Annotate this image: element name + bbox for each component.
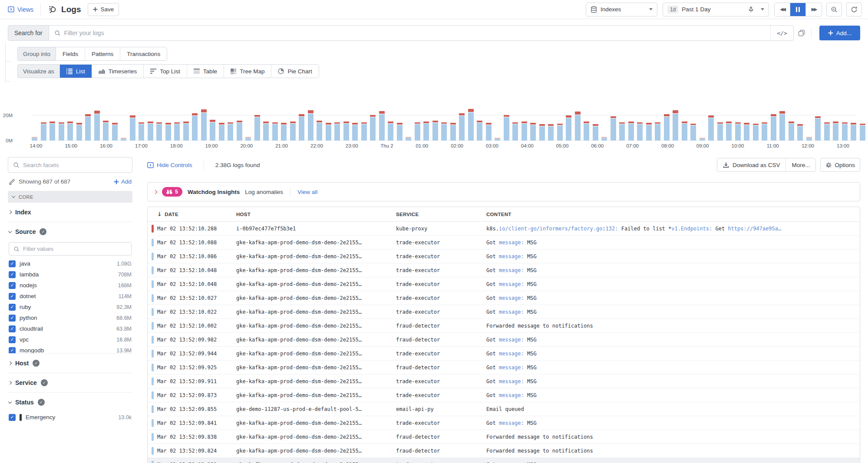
histogram-bar[interactable] [237,121,242,141]
histogram-bar[interactable] [112,123,118,141]
histogram-bar[interactable] [130,115,135,141]
histogram-bar[interactable] [521,121,527,141]
histogram-bar[interactable] [700,138,705,141]
histogram-bar[interactable] [263,121,269,141]
more-button[interactable]: More... [785,158,815,171]
search-input[interactable] [64,30,766,36]
facet-value-mongodb[interactable]: ✓mongodb13.9M [9,345,132,353]
download-csv-button[interactable]: Download as CSV [717,158,786,171]
log-row[interactable]: Mar 02 13:52:10.048gke-kafka-apm-prod-de… [148,263,860,277]
log-row[interactable]: Mar 02 13:52:10.022gke-kafka-apm-prod-de… [148,305,860,319]
histogram-bar[interactable] [717,122,723,141]
histogram-bar[interactable] [548,124,554,141]
log-row[interactable]: Mar 02 13:52:10.027gke-kafka-apm-prod-de… [148,291,860,305]
histogram-bar[interactable] [504,115,509,141]
histogram-bar[interactable] [326,123,331,141]
histogram-bar[interactable] [406,137,411,141]
histogram-bar[interactable] [601,137,607,141]
log-row[interactable]: Mar 02 13:52:09.822gke-kafka-apm-prod-de… [148,458,860,463]
histogram-bar[interactable] [690,124,696,141]
histogram-bar[interactable] [833,121,838,141]
log-row[interactable]: Mar 02 13:52:10.048gke-kafka-apm-prod-de… [148,277,860,291]
group-into-tab-patterns[interactable]: Patterns [85,47,120,60]
histogram-bar[interactable] [308,110,314,141]
hide-controls-button[interactable]: Hide Controls [147,162,192,168]
facet-value-lambda[interactable]: ✓lambda708M [9,269,132,280]
checkbox[interactable]: ✓ [9,293,16,300]
service-column-header[interactable]: SERVICE [396,212,486,217]
log-row[interactable]: Mar 02 13:52:09.944gke-kafka-apm-prod-de… [148,347,860,361]
pause-button[interactable] [790,3,806,16]
date-column-header[interactable]: ↓DATE [157,211,236,217]
histogram-bar[interactable] [673,110,678,141]
histogram-bar[interactable] [334,122,340,141]
histogram-bar[interactable] [245,137,251,141]
histogram-bar[interactable] [557,124,563,141]
histogram-bar[interactable] [628,121,634,141]
histogram-bar[interactable] [361,122,367,141]
visualize-tab-top-list[interactable]: Top List [144,65,187,78]
histogram-bar[interactable] [771,114,776,141]
add-facet-button[interactable]: Add [114,178,132,185]
histogram-bar[interactable] [584,121,589,141]
histogram-bar[interactable] [219,123,224,141]
histogram-bar[interactable] [50,121,55,141]
histogram-bar[interactable] [646,123,652,141]
facet-value-nodejs[interactable]: ✓nodejs168M [9,280,132,291]
checkbox[interactable]: ✓ [9,325,16,332]
log-row[interactable]: Mar 02 13:52:10.002gke-kafka-apm-prod-de… [148,319,860,333]
facet-value-java[interactable]: ✓java1.08G [9,258,132,269]
histogram-bar[interactable] [415,122,420,141]
facet-value-cloudtrail[interactable]: ✓cloudtrail63.8M [9,323,132,334]
histogram-bar[interactable] [121,138,126,141]
options-button[interactable]: Options [820,158,860,172]
checkbox[interactable]: ✓ [9,282,16,289]
refresh-button[interactable] [846,3,862,16]
histogram-bar[interactable] [343,121,349,141]
histogram-bar[interactable] [352,123,358,141]
checkbox[interactable]: ✓ [9,304,16,311]
histogram-bar[interactable] [530,123,536,141]
histogram-bar[interactable] [441,122,447,141]
content-column-header[interactable]: CONTENT [486,212,860,217]
histogram-bar[interactable] [210,120,215,141]
histogram-bar[interactable] [32,137,37,141]
histogram-bar[interactable] [459,113,465,141]
histogram-bar[interactable] [735,122,741,141]
log-row[interactable]: Mar 02 13:52:09.925gke-kafka-apm-prod-de… [148,361,860,374]
log-row[interactable]: Mar 02 13:52:10.088gke-kafka-apm-prod-de… [148,236,860,250]
histogram-bar[interactable] [388,121,393,141]
facet-group-source[interactable]: Source ✓ [8,222,132,241]
histogram-bar[interactable] [201,109,207,141]
histogram-bar[interactable] [495,138,500,141]
histogram-bar[interactable] [228,122,233,141]
rewind-button[interactable]: ◀◀ [775,3,790,16]
log-row[interactable]: Mar 02 13:52:10.288i-0b97ec477e7f5b3e1ku… [148,222,860,236]
log-row[interactable]: Mar 02 13:52:09.841gke-kafka-apm-prod-de… [148,416,860,430]
histogram-bar[interactable] [183,121,189,141]
indexes-dropdown[interactable]: Indexes [586,3,657,16]
histogram-bar[interactable] [566,115,571,141]
log-row[interactable]: Mar 02 13:52:09.873gke-kafka-apm-prod-de… [148,388,860,402]
histogram-bar[interactable] [148,121,153,141]
visualize-tab-timeseries[interactable]: Timeseries [92,65,144,78]
histogram-bar[interactable] [708,115,714,141]
pin-icon[interactable] [748,7,754,13]
core-section-header[interactable]: CORE [8,191,132,203]
code-view-toggle[interactable]: </> [770,26,793,40]
views-button[interactable]: Views [6,3,41,16]
zoom-out-button[interactable] [826,3,842,16]
histogram-bar[interactable] [762,122,767,141]
histogram-bar[interactable] [682,121,687,141]
facet-value-vpc[interactable]: ✓vpc16.8M [9,334,132,345]
histogram-bar[interactable] [139,122,144,141]
histogram-bar[interactable] [94,111,100,141]
facet-value-python[interactable]: ✓python68.6M [9,312,132,323]
facet-value-dotnet[interactable]: ✓dotnet114M [9,291,132,302]
histogram-bar[interactable] [860,124,865,141]
facet-group-index[interactable]: Index [8,203,132,222]
checkbox[interactable]: ✓ [9,271,16,278]
facet-group-host[interactable]: Host ✓ [8,354,132,373]
add-widget-button[interactable]: Add... [819,26,860,40]
histogram-bar[interactable] [468,109,474,141]
